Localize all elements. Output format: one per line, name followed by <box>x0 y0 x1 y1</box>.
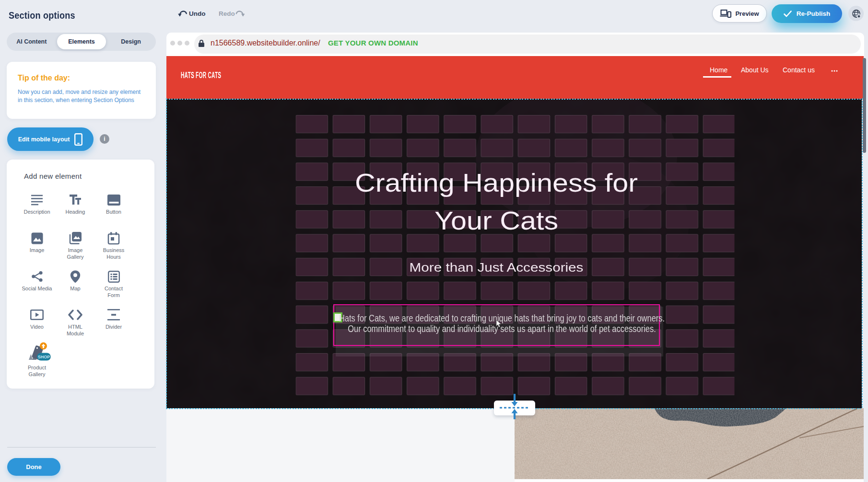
svg-text:SHOP: SHOP <box>38 355 50 359</box>
svg-text:Undo: Undo <box>189 10 206 17</box>
svg-text:Redo: Redo <box>219 10 235 17</box>
